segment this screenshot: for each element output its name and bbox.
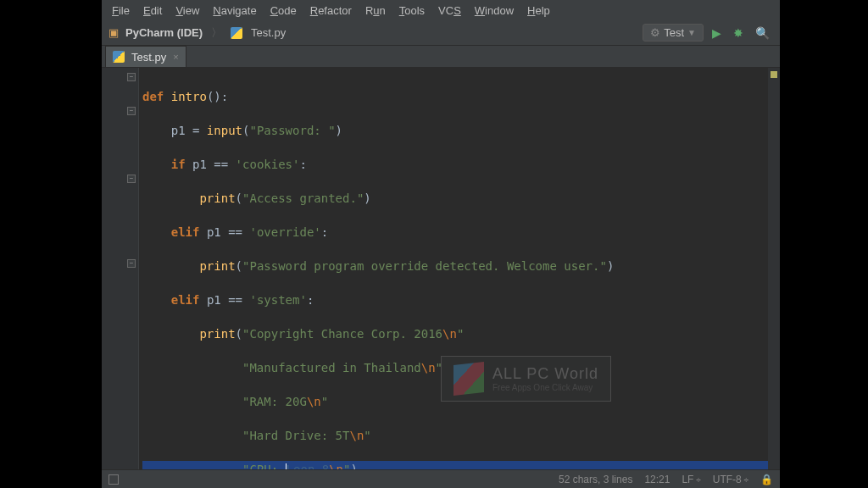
ide-window: File Edit View Navigate Code Refactor Ru… <box>102 0 780 488</box>
breadcrumb-project[interactable]: PyCharm (IDE) <box>125 26 203 39</box>
close-icon[interactable]: × <box>173 52 178 62</box>
status-bar: 52 chars, 3 lines 12:21 LF ÷ UTF-8 ÷ 🔒 <box>102 469 780 488</box>
menu-help[interactable]: Help <box>522 3 555 19</box>
run-button[interactable]: ▶ <box>709 26 725 40</box>
tool-windows-icon[interactable] <box>108 474 119 485</box>
func-name: intro <box>171 90 207 103</box>
chevron-down-icon: ▼ <box>687 28 696 37</box>
status-selection: 52 chars, 3 lines <box>559 474 632 485</box>
error-stripe[interactable] <box>768 68 780 469</box>
fold-marker[interactable]: − <box>127 73 136 81</box>
menu-file[interactable]: File <box>107 3 135 19</box>
tab-label: Test.py <box>131 51 166 64</box>
debug-button[interactable]: ✸ <box>730 26 747 40</box>
gutter[interactable]: − − − − <box>102 68 139 469</box>
fold-marker[interactable]: − <box>127 175 136 183</box>
editor-tabs: Test.py × <box>102 46 780 68</box>
navigation-bar: ▣ PyCharm (IDE) 〉 Test.py ⚙ Test ▼ ▶ ✸ 🔍 <box>102 20 780 46</box>
breadcrumb-file[interactable]: Test.py <box>251 26 286 39</box>
run-config-selector[interactable]: ⚙ Test ▼ <box>643 24 704 42</box>
python-file-icon <box>231 27 242 39</box>
status-encoding[interactable]: UTF-8 ÷ <box>713 474 748 485</box>
selected-line: "CPU: Leon 8\n") <box>142 461 768 469</box>
run-config-label: Test <box>664 26 684 39</box>
code-area[interactable]: def intro(): p1 = input("Password: ") if… <box>139 68 768 469</box>
warning-marker[interactable] <box>771 71 777 78</box>
breadcrumb-sep: 〉 <box>211 25 222 41</box>
status-caret-pos[interactable]: 12:21 <box>644 474 670 485</box>
tab-test-py[interactable]: Test.py × <box>105 46 186 67</box>
fold-marker[interactable]: − <box>127 259 136 268</box>
menu-edit[interactable]: Edit <box>138 3 167 19</box>
menu-window[interactable]: Window <box>470 3 519 19</box>
menu-bar: File Edit View Navigate Code Refactor Ru… <box>102 0 780 20</box>
lock-icon[interactable]: 🔒 <box>760 474 773 485</box>
python-file-icon <box>113 51 125 63</box>
folder-icon: ▣ <box>108 26 119 39</box>
search-icon[interactable]: 🔍 <box>752 26 773 40</box>
editor[interactable]: − − − − def intro(): p1 = input("Passwor… <box>102 68 780 469</box>
menu-tools[interactable]: Tools <box>394 3 430 19</box>
menu-code[interactable]: Code <box>265 3 302 19</box>
keyword: def <box>142 90 171 103</box>
menu-run[interactable]: Run <box>360 3 391 19</box>
menu-refactor[interactable]: Refactor <box>305 3 357 19</box>
status-line-ending[interactable]: LF ÷ <box>682 474 700 485</box>
chevron-down-icon: ÷ <box>693 475 700 485</box>
run-config-hammer-icon: ⚙ <box>650 26 660 39</box>
menu-view[interactable]: View <box>170 3 204 19</box>
menu-navigate[interactable]: Navigate <box>208 3 261 19</box>
fold-marker[interactable]: − <box>127 107 136 115</box>
menu-vcs[interactable]: VCS <box>433 3 466 19</box>
chevron-down-icon: ÷ <box>742 475 748 485</box>
